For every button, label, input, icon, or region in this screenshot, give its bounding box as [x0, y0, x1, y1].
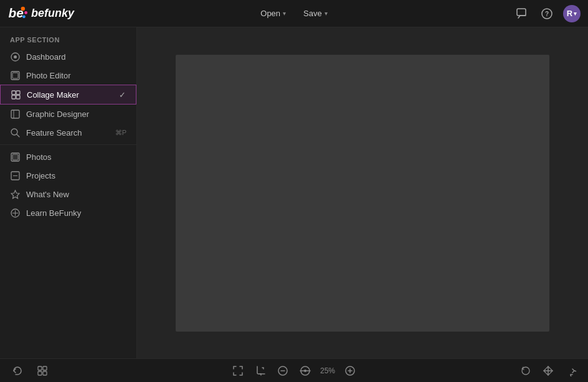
collage-maker-icon: [11, 90, 21, 100]
sidebar-item-projects[interactable]: Projects: [0, 166, 136, 185]
svg-rect-15: [11, 110, 19, 118]
svg-point-17: [11, 129, 17, 135]
fit-button[interactable]: [230, 363, 245, 378]
canvas-workspace: [176, 55, 549, 332]
sidebar-label-feature-search: Feature Search: [26, 128, 109, 137]
svg-rect-11: [12, 91, 16, 95]
grid-button[interactable]: [35, 363, 50, 378]
projects-icon: [10, 170, 20, 180]
canvas-area: [137, 27, 588, 358]
feature-search-shortcut: ⌘P: [115, 129, 126, 137]
svg-point-2: [24, 11, 27, 14]
rotate-left-button[interactable]: [518, 363, 533, 378]
open-chevron-icon: ▾: [283, 10, 286, 17]
crop-button[interactable]: [253, 363, 268, 378]
svg-rect-29: [43, 366, 47, 370]
save-button[interactable]: Save ▾: [297, 6, 334, 21]
sidebar-label-learn-befunky: Learn BeFunky: [26, 208, 126, 218]
save-chevron-icon: ▾: [325, 10, 328, 17]
undo-button[interactable]: [10, 363, 25, 378]
learn-befunky-icon: [10, 208, 20, 218]
photos-icon: [10, 152, 20, 162]
sidebar-divider: [0, 144, 136, 145]
svg-rect-4: [517, 9, 526, 16]
svg-text:?: ?: [545, 11, 549, 17]
sidebar-item-learn-befunky[interactable]: Learn BeFunky: [0, 203, 136, 222]
sidebar-label-photos: Photos: [26, 152, 126, 162]
zoom-out-button[interactable]: [275, 363, 290, 378]
bottom-center: 25%: [230, 363, 358, 378]
svg-rect-30: [38, 371, 42, 375]
photo-editor-icon: [10, 70, 20, 80]
svg-rect-10: [12, 73, 18, 78]
sidebar-item-dashboard[interactable]: Dashboard: [0, 47, 136, 66]
sidebar-item-collage-maker[interactable]: Collage Maker ✓: [0, 85, 136, 105]
help-button[interactable]: ?: [538, 5, 556, 22]
chat-button[interactable]: [513, 5, 531, 22]
sidebar-label-graphic-designer: Graphic Designer: [26, 109, 126, 119]
svg-marker-24: [11, 190, 19, 198]
svg-line-18: [17, 134, 19, 137]
sidebar-label-dashboard: Dashboard: [26, 52, 126, 62]
bottom-left: [10, 363, 50, 378]
svg-rect-12: [16, 91, 20, 95]
top-bar: be befunky Open ▾ Save ▾ ?: [0, 0, 588, 27]
bottom-bar: 25%: [0, 358, 588, 382]
feature-search-icon: [10, 128, 20, 137]
zoom-label: 25%: [320, 366, 335, 375]
top-bar-right: ? R ▾: [513, 5, 581, 22]
zoom-slider-button[interactable]: [298, 363, 313, 378]
move-button[interactable]: [541, 363, 556, 378]
top-bar-center: Open ▾ Save ▾: [254, 6, 333, 21]
graphic-designer-icon: [10, 109, 20, 119]
main-layout: App Section Dashboard Photo Editor: [0, 27, 588, 358]
logo[interactable]: be befunky: [7, 4, 74, 24]
svg-point-3: [22, 15, 26, 18]
zoom-in-button[interactable]: [343, 363, 358, 378]
sidebar: App Section Dashboard Photo Editor: [0, 27, 137, 358]
svg-point-8: [14, 55, 17, 58]
avatar-button[interactable]: R ▾: [563, 5, 581, 22]
svg-rect-31: [43, 371, 47, 375]
sidebar-item-whats-new[interactable]: What's New: [0, 185, 136, 203]
svg-rect-14: [16, 95, 20, 99]
avatar-chevron-icon: ▾: [574, 11, 577, 17]
open-button[interactable]: Open ▾: [254, 6, 292, 21]
sidebar-label-projects: Projects: [26, 171, 126, 180]
sidebar-item-graphic-designer[interactable]: Graphic Designer: [0, 105, 136, 123]
dashboard-icon: [10, 52, 20, 62]
sidebar-item-feature-search[interactable]: Feature Search ⌘P: [0, 123, 136, 142]
sidebar-label-whats-new: What's New: [26, 190, 126, 199]
svg-point-1: [21, 6, 25, 10]
svg-rect-21: [12, 154, 18, 160]
logo-text: befunky: [31, 7, 74, 20]
svg-rect-13: [12, 95, 16, 99]
svg-rect-28: [38, 366, 42, 370]
sidebar-label-collage-maker: Collage Maker: [27, 90, 113, 100]
svg-point-36: [304, 370, 306, 372]
top-bar-left: be befunky: [7, 4, 74, 24]
bottom-right: [518, 363, 578, 378]
sidebar-item-photos[interactable]: Photos: [0, 147, 136, 166]
sidebar-label-photo-editor: Photo Editor: [26, 71, 126, 80]
redo-button[interactable]: [563, 363, 578, 378]
sidebar-item-photo-editor[interactable]: Photo Editor: [0, 66, 136, 85]
whats-new-icon: [10, 189, 20, 199]
sidebar-section-label: App Section: [0, 27, 136, 47]
collage-maker-check-icon: ✓: [119, 90, 126, 100]
